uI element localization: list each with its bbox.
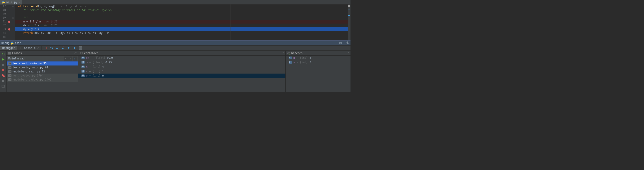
frame-badge-icon: ⦿ bbox=[8, 70, 12, 73]
code-editor[interactable]: 47 48 49 50 51 52 53 54 55 ⊟ │ ⊟ ⌋ bbox=[0, 4, 350, 40]
frame-badge-icon: ⦿ bbox=[8, 66, 12, 69]
debug-tool-window-header: Debug main ─ bbox=[0, 40, 350, 45]
frames-icon bbox=[8, 52, 11, 55]
step-out-icon[interactable] bbox=[66, 46, 71, 50]
hide-icon[interactable] bbox=[346, 42, 349, 45]
fold-minus-icon[interactable]: ⊟ bbox=[11, 16, 15, 20]
frame-badge-icon: ⦿ bbox=[8, 74, 12, 77]
stack-frame[interactable]: ⦿ <module>, main.py:73 bbox=[7, 70, 78, 74]
var-int-icon: 01 bbox=[289, 61, 292, 64]
line-numbers: 47 48 49 50 51 52 53 54 55 bbox=[0, 4, 7, 40]
step-over-icon[interactable] bbox=[49, 46, 54, 50]
prev-frame-icon[interactable]: ↑ bbox=[68, 56, 72, 60]
evaluate-expression-icon[interactable] bbox=[78, 46, 82, 50]
editor-gutter: 47 48 49 50 51 52 53 54 55 ⊟ │ ⊟ ⌋ bbox=[0, 4, 15, 40]
stack-frame[interactable]: ⦿ tex_coord, main.py:53 bbox=[7, 62, 78, 66]
gear-icon[interactable] bbox=[339, 42, 342, 45]
frame-list[interactable]: ⦿ tex_coord, main.py:53 ⦿ tex_coords, ma… bbox=[6, 62, 78, 92]
var-float-icon: 01 bbox=[82, 61, 84, 64]
stack-frame[interactable]: ⦿ tex_coords, main.py:61 bbox=[7, 66, 78, 70]
variable-row[interactable]: 01 dx = {float} 0.25 bbox=[78, 56, 286, 60]
frame-badge-icon: ⦿ bbox=[8, 62, 12, 65]
svg-rect-12 bbox=[8, 54, 11, 54]
editor-tab-bar: main.py ✕ bbox=[0, 0, 350, 4]
stack-frame[interactable]: ⦿ run, pydevd.py:1794 bbox=[7, 74, 78, 78]
panel-watches-header: Watches →* bbox=[286, 51, 350, 56]
svg-point-8 bbox=[2, 80, 4, 82]
python-file-icon bbox=[2, 1, 5, 4]
editor-scrollbar[interactable] bbox=[348, 4, 350, 40]
tab-console[interactable]: Console →* bbox=[18, 46, 42, 50]
debug-label: Debug bbox=[1, 42, 10, 45]
show-execution-point-icon[interactable] bbox=[43, 46, 48, 50]
resume-icon[interactable] bbox=[1, 58, 5, 62]
fold-minus-icon[interactable]: ⊟ bbox=[11, 4, 15, 8]
var-int-icon: 01 bbox=[82, 74, 84, 77]
watch-row[interactable]: 01 n = {int} 4 bbox=[286, 56, 350, 60]
file-tab-main[interactable]: main.py ✕ bbox=[0, 0, 22, 4]
fold-line-icon: │ bbox=[11, 8, 15, 12]
var-int-icon: 01 bbox=[82, 70, 84, 73]
debug-toolbar: Debugger Console →* bbox=[0, 45, 350, 51]
panel-variables-header: Variables →* bbox=[78, 51, 286, 56]
svg-point-7 bbox=[3, 75, 5, 77]
fold-gutter[interactable]: ⊟ │ ⊟ ⌋ bbox=[11, 4, 15, 40]
svg-rect-4 bbox=[3, 64, 4, 66]
file-tab-label: main.py bbox=[6, 1, 18, 4]
breakpoint-icon[interactable] bbox=[8, 28, 10, 30]
watch-row[interactable]: 01 y = {int} 0 bbox=[286, 60, 350, 64]
console-icon bbox=[20, 46, 23, 50]
pin-icon[interactable]: →* bbox=[346, 52, 349, 55]
svg-point-16 bbox=[289, 54, 290, 54]
thread-name: MainThread bbox=[8, 57, 24, 60]
debug-side-toolbar bbox=[0, 51, 6, 92]
run-to-cursor-icon[interactable] bbox=[72, 46, 77, 50]
variable-row[interactable]: 01 n = {int} 4 bbox=[78, 64, 286, 69]
debug-config-name: main bbox=[15, 42, 21, 45]
svg-rect-0 bbox=[20, 47, 23, 49]
breakpoint-gutter[interactable] bbox=[7, 4, 11, 40]
svg-rect-5 bbox=[2, 69, 4, 71]
svg-rect-10 bbox=[8, 52, 11, 53]
watches-list[interactable]: 01 n = {int} 4 01 y = {int} 0 bbox=[286, 56, 350, 92]
code-area[interactable]: def tex_coord(x, y, n=4): x: 1 y: 0 n: 4… bbox=[15, 4, 348, 40]
pause-icon[interactable] bbox=[1, 63, 5, 67]
svg-point-15 bbox=[289, 52, 290, 54]
layout-icon[interactable] bbox=[1, 84, 5, 88]
thread-selector[interactable]: MainThread ▾ ↑ ↓ bbox=[7, 56, 78, 61]
stack-frame[interactable]: ⦿ <module>, pydevd.py:2403 bbox=[7, 78, 78, 82]
pin-icon[interactable]: →* bbox=[281, 52, 284, 55]
mute-breakpoints-icon[interactable] bbox=[1, 79, 5, 83]
close-icon[interactable]: ✕ bbox=[18, 1, 20, 4]
var-int-icon: 01 bbox=[289, 56, 292, 59]
stop-icon[interactable] bbox=[1, 68, 5, 72]
step-into-my-code-icon[interactable] bbox=[60, 46, 65, 50]
pin-icon[interactable]: →* bbox=[74, 52, 77, 55]
variables-icon bbox=[80, 52, 83, 55]
variable-row[interactable]: 01 y = {int} 0 bbox=[78, 74, 286, 78]
frame-badge-icon: ⦿ bbox=[8, 78, 12, 81]
python-icon bbox=[10, 42, 14, 45]
panel-watches: Watches →* 01 n = {int} 4 01 y = {int} 0 bbox=[286, 51, 350, 92]
svg-point-14 bbox=[288, 52, 289, 54]
variable-row[interactable]: 01 x = {int} 1 bbox=[78, 69, 286, 74]
minimize-icon[interactable]: ─ bbox=[344, 42, 345, 45]
svg-point-1 bbox=[64, 46, 64, 47]
panel-frames-header: Frames →* bbox=[6, 51, 78, 56]
breakpoint-icon[interactable] bbox=[8, 21, 10, 23]
debug-panels: Frames →* MainThread ▾ ↑ ↓ ⦿ tex_coord, … bbox=[0, 51, 350, 92]
variable-row[interactable]: 01 m = {float} 0.25 bbox=[78, 60, 286, 64]
watches-icon bbox=[287, 52, 290, 55]
svg-rect-11 bbox=[8, 53, 11, 54]
var-int-icon: 01 bbox=[82, 66, 84, 68]
chevron-down-icon[interactable]: ▾ bbox=[64, 56, 68, 60]
svg-rect-3 bbox=[2, 64, 3, 66]
panel-frames: Frames →* MainThread ▾ ↑ ↓ ⦿ tex_coord, … bbox=[6, 51, 78, 92]
next-frame-icon[interactable]: ↓ bbox=[73, 56, 77, 60]
margin-guide bbox=[230, 4, 230, 40]
view-breakpoints-icon[interactable] bbox=[1, 74, 5, 78]
step-into-icon[interactable] bbox=[55, 46, 59, 50]
rerun-icon[interactable] bbox=[1, 52, 5, 56]
variables-list[interactable]: 01 dx = {float} 0.25 01 m = {float} 0.25… bbox=[78, 56, 286, 92]
tab-debugger[interactable]: Debugger bbox=[0, 46, 18, 50]
